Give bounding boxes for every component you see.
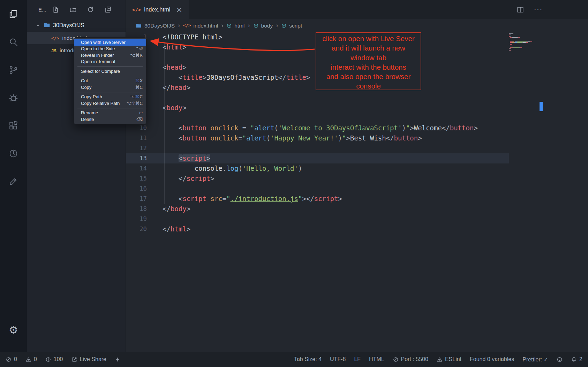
folder-icon <box>43 21 51 30</box>
code-line-12[interactable]: 12 <box>126 143 509 153</box>
status-lightning[interactable] <box>115 357 121 362</box>
line-number: 18 <box>126 204 147 214</box>
menu-item-label: Delete <box>81 117 94 122</box>
breadcrumb-label: 30DaysOfJS <box>144 23 175 29</box>
code-line-20[interactable]: 20</html> <box>126 224 509 234</box>
minimap-line <box>512 37 517 38</box>
breadcrumb-separator: › <box>248 22 250 29</box>
menu-item-cut[interactable]: Cut⌘X <box>74 78 146 84</box>
code-line-19[interactable]: 19 <box>126 214 509 224</box>
code-line-13[interactable]: 13 <script> <box>126 153 509 163</box>
code-line-18[interactable]: 18</body> <box>126 204 509 214</box>
status-warnings[interactable]: 0 <box>25 356 37 362</box>
status-variables-found[interactable]: Found 0 variables <box>470 356 514 362</box>
menu-item-select-for-compare[interactable]: Select for Compare <box>74 68 146 75</box>
line-number: 14 <box>126 163 147 174</box>
breadcrumb-item-html[interactable]: html <box>226 23 244 29</box>
minimap-line <box>512 44 512 45</box>
minimap-line <box>511 38 511 39</box>
html-file-icon: </> <box>51 35 59 41</box>
tree-item-folder-30daysofjs[interactable]: 30DaysOfJS <box>27 19 126 32</box>
menu-item-copy-path[interactable]: Copy Path⌥⌘C <box>74 94 146 100</box>
chevron-down-icon[interactable] <box>35 23 41 28</box>
activity-source-control-icon[interactable] <box>5 61 22 78</box>
warning-icon <box>25 357 31 362</box>
breadcrumb-item-script[interactable]: script <box>281 23 302 29</box>
menu-item-copy[interactable]: Copy⌘C <box>74 84 146 91</box>
minimap-line <box>511 50 511 51</box>
live-share-icon <box>71 357 77 362</box>
activity-search-icon[interactable] <box>5 33 22 50</box>
menu-item-open-to-the-side[interactable]: Open to the Side⌃⏎ <box>74 46 146 52</box>
minimap-line <box>518 41 527 42</box>
minimap-line <box>532 41 532 42</box>
menu-separator <box>77 108 143 108</box>
code-line-16[interactable]: 16 <box>126 184 509 194</box>
menu-item-rename[interactable]: Rename↩ <box>74 110 146 116</box>
status-live-share[interactable]: Live Share <box>71 356 107 362</box>
line-number: 10 <box>126 123 147 133</box>
code-line-17[interactable]: 17 <script src="./introduction.js"></scr… <box>126 194 509 204</box>
status-errors[interactable]: 0 <box>6 356 17 362</box>
breadcrumb-item-body[interactable]: body <box>253 23 273 29</box>
menu-item-shortcut: ⌫ <box>136 117 143 122</box>
activity-extensions-icon[interactable] <box>5 117 22 134</box>
status-tab-size[interactable]: Tab Size: 4 <box>294 356 322 362</box>
code-line-15[interactable]: 15 </script> <box>126 174 509 184</box>
minimap-line <box>517 42 522 43</box>
code-line-9[interactable]: 9 <box>126 113 509 123</box>
menu-item-label: Copy Relative Path <box>81 101 120 106</box>
new-folder-icon[interactable] <box>69 6 77 13</box>
code-text <box>147 184 163 194</box>
status-label: 0 <box>34 356 37 362</box>
code-line-11[interactable]: 11 <button onclick="alert('Happy New Yea… <box>126 133 509 143</box>
status-info-count[interactable]: 100 <box>45 356 63 362</box>
breadcrumb-label: html <box>234 23 244 29</box>
menu-item-label: Rename <box>81 110 98 115</box>
minimap-line <box>510 36 511 37</box>
more-actions-icon[interactable]: ··· <box>534 6 543 13</box>
menu-item-delete[interactable]: Delete⌫ <box>74 116 146 123</box>
split-editor-icon[interactable] <box>517 6 524 14</box>
activity-run-and-debug-icon[interactable] <box>5 89 22 106</box>
code-line-7[interactable]: 7 <box>126 93 509 103</box>
activity-explorer-icon[interactable] <box>5 6 22 22</box>
status-prettier[interactable]: Prettier: ✓ <box>522 356 548 363</box>
collapse-folders-icon[interactable] <box>104 6 112 13</box>
refresh-explorer-icon[interactable] <box>87 6 94 13</box>
tab-index-html[interactable]: </> index.html × <box>126 0 189 19</box>
menu-item-label: Copy Path <box>81 94 102 99</box>
warning-icon <box>437 357 443 362</box>
status-eol[interactable]: LF <box>354 356 361 362</box>
status-notifications[interactable]: 2 <box>571 356 582 362</box>
menu-item-reveal-in-finder[interactable]: Reveal in Finder⌥⌘R <box>74 52 146 59</box>
code-line-14[interactable]: 14 console.log('Hello, World') <box>126 163 509 174</box>
status-eslint[interactable]: ESLint <box>437 356 461 362</box>
menu-item-shortcut: ⌥⌘C <box>130 94 143 99</box>
folder-label: 30DaysOfJS <box>53 22 84 29</box>
minimap[interactable] <box>509 33 540 82</box>
line-number: 15 <box>126 174 147 184</box>
menu-item-open-in-terminal[interactable]: Open in Terminal <box>74 59 146 65</box>
status-label: Tab Size: 4 <box>294 356 322 362</box>
breadcrumb-item-index-html[interactable]: </>index.html <box>183 23 218 29</box>
activity-settings-icon[interactable]: ⚙ <box>5 322 22 338</box>
activity-history-icon[interactable] <box>5 145 22 162</box>
status-live-server-port[interactable]: Port : 5500 <box>393 356 428 362</box>
breadcrumb-label: script <box>289 23 302 29</box>
status-language-mode[interactable]: HTML <box>369 356 384 362</box>
close-icon[interactable]: × <box>176 6 182 14</box>
activity-pen-icon[interactable] <box>5 173 22 190</box>
new-file-icon[interactable] <box>52 6 59 13</box>
minimap-line <box>520 37 520 38</box>
folder-icon <box>135 22 142 29</box>
status-feedback-smiley[interactable] <box>557 357 563 362</box>
code-line-8[interactable]: 8<body> <box>126 103 509 113</box>
breadcrumb-item-30daysofjs[interactable]: 30DaysOfJS <box>135 22 175 29</box>
status-encoding[interactable]: UTF-8 <box>330 356 346 362</box>
code-line-10[interactable]: 10 <button onclick = "alert('Welcome to … <box>126 123 509 133</box>
menu-item-copy-relative-path[interactable]: Copy Relative Path⌥⇧⌘C <box>74 100 146 107</box>
status-label: 100 <box>54 356 63 362</box>
menu-item-open-with-live-server[interactable]: Open with Live Server <box>74 39 146 46</box>
minimap-line <box>509 33 513 34</box>
